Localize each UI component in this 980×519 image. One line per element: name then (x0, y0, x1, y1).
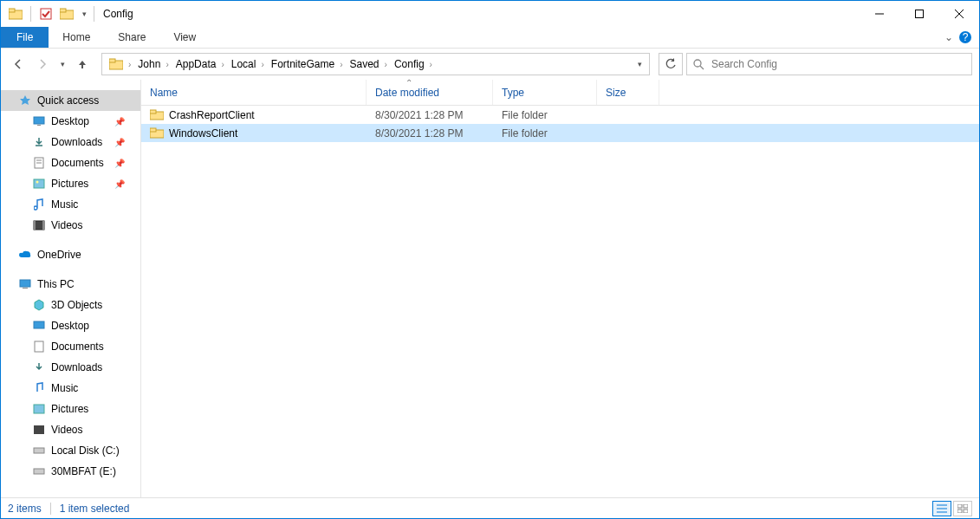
recent-dropdown-icon[interactable]: ▾ (56, 54, 68, 75)
breadcrumb-item[interactable]: FortniteGame› (268, 58, 347, 70)
chevron-right-icon[interactable]: › (261, 60, 263, 69)
downloads-icon (32, 360, 46, 374)
sidebar-item-label: This PC (37, 278, 75, 290)
svg-rect-31 (34, 425, 44, 434)
sidebar-item-local-disk-c[interactable]: Local Disk (C:) (1, 440, 140, 461)
properties-icon[interactable] (36, 4, 55, 23)
sidebar-item-pc-downloads[interactable]: Downloads (1, 357, 140, 378)
minimize-button[interactable] (860, 1, 899, 27)
pin-icon: 📌 (114, 138, 125, 147)
folder-icon[interactable] (6, 4, 25, 23)
up-button[interactable] (72, 54, 93, 75)
column-size[interactable]: Size (597, 80, 659, 105)
svg-line-14 (700, 66, 704, 69)
svg-rect-24 (34, 221, 36, 230)
forward-button[interactable] (32, 54, 53, 75)
column-date[interactable]: Date modified (367, 80, 493, 105)
file-date: 8/30/2021 1:28 PM (367, 127, 493, 139)
3d-objects-icon (32, 298, 46, 312)
music-icon (32, 381, 46, 395)
chevron-right-icon[interactable]: › (385, 60, 387, 69)
sidebar-item-3d-objects[interactable]: 3D Objects (1, 295, 140, 315)
sidebar-item-desktop[interactable]: Desktop📌 (1, 111, 140, 132)
column-name[interactable]: Name (141, 80, 367, 105)
svg-point-13 (694, 60, 701, 67)
sidebar-item-drive-e[interactable]: 30MBFAT (E:) (1, 461, 140, 482)
list-item[interactable]: WindowsClient 8/30/2021 1:28 PM File fol… (141, 124, 979, 142)
sidebar-item-downloads[interactable]: Downloads📌 (1, 132, 140, 152)
breadcrumb-root-icon[interactable]: › (106, 58, 134, 70)
pin-icon: 📌 (114, 179, 125, 189)
sidebar-item-music[interactable]: Music (1, 194, 140, 215)
tab-view[interactable]: View (159, 27, 210, 48)
sidebar-item-pc-videos[interactable]: Videos (1, 419, 140, 440)
chevron-right-icon[interactable]: › (128, 60, 131, 69)
sidebar-this-pc[interactable]: This PC (1, 274, 140, 295)
svg-rect-32 (34, 448, 44, 453)
list-item[interactable]: CrashReportClient 8/30/2021 1:28 PM File… (141, 106, 979, 124)
search-box[interactable] (686, 53, 972, 75)
drive-icon (32, 464, 46, 478)
details-view-button[interactable] (932, 501, 951, 516)
title-bar: ▾ Config (1, 1, 979, 27)
qat-dropdown-icon[interactable]: ▾ (78, 4, 90, 23)
separator (30, 6, 31, 22)
file-tab[interactable]: File (1, 27, 49, 48)
sidebar-item-label: Desktop (51, 320, 89, 332)
chevron-right-icon[interactable]: › (430, 60, 432, 69)
address-bar[interactable]: › John› AppData› Local› FortniteGame› Sa… (101, 53, 650, 75)
content-pane: ⌃ Name Date modified Type Size CrashRepo… (141, 80, 979, 497)
thumbnails-view-button[interactable] (953, 501, 972, 516)
sidebar-item-pc-desktop[interactable]: Desktop (1, 315, 140, 336)
new-folder-icon[interactable] (57, 4, 76, 23)
sidebar-item-pc-music[interactable]: Music (1, 378, 140, 399)
desktop-icon (32, 114, 46, 128)
sidebar-item-pictures[interactable]: Pictures📌 (1, 173, 140, 194)
folder-icon (150, 127, 164, 139)
sidebar-item-label: Quick access (37, 94, 99, 107)
svg-rect-27 (23, 288, 28, 289)
close-button[interactable] (939, 1, 979, 27)
column-type[interactable]: Type (493, 80, 597, 105)
refresh-button[interactable] (659, 53, 683, 75)
sidebar-item-label: 3D Objects (51, 299, 102, 311)
tab-home[interactable]: Home (49, 27, 104, 48)
breadcrumb-item[interactable]: Local› (228, 58, 268, 70)
tab-share[interactable]: Share (104, 27, 159, 48)
sidebar-item-videos[interactable]: Videos (1, 215, 140, 236)
ribbon-expand-icon[interactable]: ⌄ (944, 31, 953, 43)
window-controls (860, 1, 979, 27)
sidebar-item-pc-documents[interactable]: Documents (1, 336, 140, 357)
chevron-right-icon[interactable]: › (165, 60, 168, 69)
quick-access-toolbar: ▾ (1, 4, 90, 23)
file-date: 8/30/2021 1:28 PM (367, 109, 493, 121)
sidebar-item-pc-pictures[interactable]: Pictures (1, 399, 140, 419)
documents-icon (32, 340, 46, 354)
breadcrumb-item[interactable]: John› (134, 58, 172, 70)
sidebar-onedrive[interactable]: OneDrive (1, 244, 140, 265)
address-dropdown-icon[interactable]: ▾ (634, 60, 646, 68)
svg-rect-2 (41, 9, 51, 19)
breadcrumb-item[interactable]: Saved› (347, 58, 391, 70)
breadcrumb-item[interactable]: AppData› (172, 58, 228, 70)
status-item-count: 2 items (8, 503, 42, 515)
pin-icon: 📌 (114, 117, 125, 127)
breadcrumb-item[interactable]: Config› (391, 58, 436, 70)
maximize-button[interactable] (899, 1, 939, 27)
help-icon[interactable]: ? (958, 30, 972, 44)
sidebar-item-documents[interactable]: Documents📌 (1, 152, 140, 173)
svg-rect-28 (34, 321, 44, 328)
search-input[interactable] (711, 58, 966, 70)
file-list[interactable]: CrashReportClient 8/30/2021 1:28 PM File… (141, 106, 979, 497)
chevron-right-icon[interactable]: › (221, 60, 224, 69)
pictures-icon (32, 177, 46, 191)
sidebar-item-label: 30MBFAT (E:) (51, 465, 116, 477)
separator (50, 503, 51, 515)
navigation-pane[interactable]: Quick access Desktop📌 Downloads📌 Documen… (1, 80, 141, 497)
svg-rect-35 (150, 110, 156, 114)
file-name: WindowsClient (169, 127, 237, 139)
sidebar-quick-access[interactable]: Quick access (1, 90, 140, 111)
chevron-right-icon[interactable]: › (340, 60, 342, 69)
svg-rect-33 (34, 469, 44, 474)
back-button[interactable] (8, 54, 29, 75)
